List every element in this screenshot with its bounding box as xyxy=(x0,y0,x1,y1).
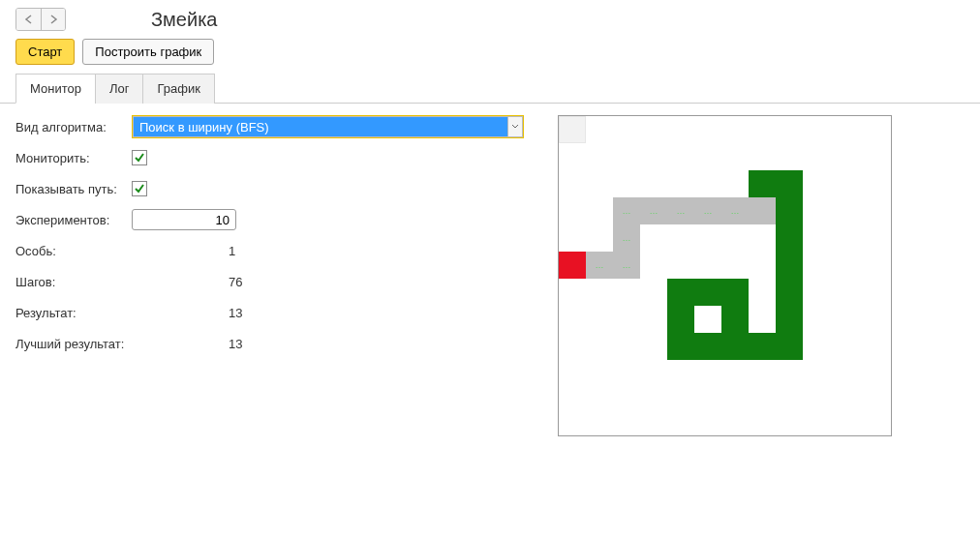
game-cell xyxy=(776,306,803,333)
tab-chart[interactable]: График xyxy=(142,74,214,104)
algorithm-dropdown-button[interactable] xyxy=(507,116,523,137)
game-cell xyxy=(776,252,803,279)
experiments-label: Экспериментов: xyxy=(15,213,132,227)
check-icon xyxy=(134,152,145,164)
best-result-label: Лучший результат: xyxy=(15,337,132,351)
nav-forward-button[interactable] xyxy=(41,9,65,30)
show-path-label: Показывать путь: xyxy=(15,182,132,196)
game-cell xyxy=(694,279,721,306)
algorithm-combo[interactable] xyxy=(132,115,524,138)
page-title: Змейка xyxy=(151,9,217,31)
game-cell xyxy=(749,170,776,197)
settings-panel: Вид алгоритма: Мониторить: Показывать пу… xyxy=(15,115,538,436)
game-cell xyxy=(776,333,803,360)
game-cell xyxy=(694,333,721,360)
game-cell xyxy=(559,116,586,143)
path-marker: … xyxy=(613,252,640,279)
steps-value: 76 xyxy=(132,275,538,289)
game-cell xyxy=(667,306,694,333)
path-marker: … xyxy=(667,197,694,224)
path-marker: … xyxy=(721,197,749,224)
game-cell xyxy=(776,279,803,306)
specimen-value: 1 xyxy=(132,244,538,258)
game-cell xyxy=(721,306,749,333)
algorithm-label: Вид алгоритма: xyxy=(15,120,132,134)
nav-arrows xyxy=(15,8,66,31)
result-value: 13 xyxy=(132,306,538,320)
build-chart-button[interactable]: Построить график xyxy=(82,39,214,65)
game-cell xyxy=(749,197,776,224)
arrow-right-icon xyxy=(48,15,58,24)
path-marker: … xyxy=(613,224,640,252)
result-label: Результат: xyxy=(15,306,132,320)
path-marker: … xyxy=(694,197,721,224)
game-cell xyxy=(667,279,694,306)
tab-log[interactable]: Лог xyxy=(95,74,144,104)
game-cell xyxy=(749,333,776,360)
game-cell xyxy=(721,279,749,306)
steps-label: Шагов: xyxy=(15,275,132,289)
check-icon xyxy=(134,183,145,194)
monitor-checkbox[interactable] xyxy=(132,150,147,165)
chevron-down-icon xyxy=(511,124,519,130)
game-canvas: …………………… xyxy=(558,115,892,436)
monitor-label: Мониторить: xyxy=(15,151,132,165)
specimen-label: Особь: xyxy=(15,244,132,258)
experiments-input[interactable] xyxy=(132,209,236,230)
game-cell xyxy=(776,224,803,252)
game-cell xyxy=(776,197,803,224)
best-result-value: 13 xyxy=(132,337,538,351)
algorithm-input[interactable] xyxy=(133,116,507,137)
tab-monitor[interactable]: Монитор xyxy=(15,74,96,104)
game-cell xyxy=(559,252,586,279)
game-cell xyxy=(721,333,749,360)
nav-back-button[interactable] xyxy=(16,9,41,30)
path-marker: … xyxy=(640,197,667,224)
show-path-checkbox[interactable] xyxy=(132,181,147,196)
arrow-left-icon xyxy=(24,15,34,24)
path-marker: … xyxy=(586,252,613,279)
path-marker: … xyxy=(613,197,640,224)
game-cell xyxy=(776,170,803,197)
game-cell xyxy=(667,333,694,360)
start-button[interactable]: Старт xyxy=(15,39,75,65)
